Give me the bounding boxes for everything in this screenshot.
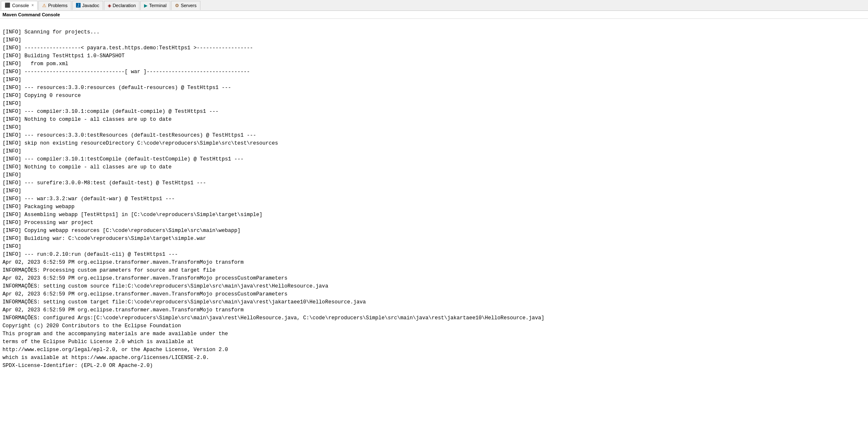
console-line: [INFO] Building TestHttps1 1.0-SNAPSHOT bbox=[3, 52, 865, 60]
tab-declaration-label: Declaration bbox=[113, 3, 136, 8]
console-line: [INFO] Nothing to compile - all classes … bbox=[3, 116, 865, 124]
console-line: INFORMAÇÕES: Processing custom parameter… bbox=[3, 267, 865, 275]
tab-console-label: Console bbox=[12, 3, 29, 8]
tab-bar: ⬛ Console × ⚠ Problems 🅹 Javadoc ◈ Decla… bbox=[0, 0, 868, 11]
console-line: Copyright (c) 2020 Contributors to the E… bbox=[3, 322, 865, 330]
console-line: [INFO] bbox=[3, 243, 865, 251]
servers-icon: ⚙ bbox=[175, 3, 179, 8]
console-line: [INFO] --- resources:3.3.0:testResources… bbox=[3, 132, 865, 140]
declaration-icon: ◈ bbox=[108, 3, 111, 8]
console-line: http://www.eclipse.org/legal/epl-2.0, or… bbox=[3, 346, 865, 354]
console-line: INFORMAÇÕES: setting custom source file:… bbox=[3, 283, 865, 290]
console-line: [INFO] bbox=[3, 124, 865, 132]
console-output[interactable]: [INFO] Scanning for projects...[INFO][IN… bbox=[0, 19, 868, 436]
console-line: [INFO] --- resources:3.3.0:resources (de… bbox=[3, 84, 865, 92]
console-line: [INFO] ------------------< payara.test.h… bbox=[3, 44, 865, 52]
javadoc-icon: 🅹 bbox=[76, 3, 81, 8]
console-line: [INFO] skip non existing resourceDirecto… bbox=[3, 140, 865, 148]
tab-problems[interactable]: ⚠ Problems bbox=[38, 1, 71, 10]
console-line: [INFO] --- war:3.3.2:war (default-war) @… bbox=[3, 195, 865, 203]
console-line: terms of the Eclipse Public License 2.0 … bbox=[3, 338, 865, 346]
console-line: which is available at https://www.apache… bbox=[3, 354, 865, 362]
tab-terminal[interactable]: ▶ Terminal bbox=[140, 1, 170, 10]
tab-console[interactable]: ⬛ Console × bbox=[1, 1, 38, 10]
console-line: SPDX-License-Identifier: (EPL-2.0 OR Apa… bbox=[3, 362, 865, 370]
console-line: [INFO] Packaging webapp bbox=[3, 203, 865, 211]
console-line: [INFO] Copying webapp resources [C:\code… bbox=[3, 227, 865, 235]
console-line: Apr 02, 2023 6:52:59 PM org.eclipse.tran… bbox=[3, 306, 865, 314]
console-line: [INFO] Building war: C:\code\reproducers… bbox=[3, 235, 865, 243]
console-line: Apr 02, 2023 6:52:59 PM org.eclipse.tran… bbox=[3, 259, 865, 267]
console-line: [INFO] bbox=[3, 171, 865, 179]
console-line: [INFO] --- compiler:3.10.1:testCompile (… bbox=[3, 155, 865, 163]
console-line: INFORMAÇÕES: setting custom target file:… bbox=[3, 298, 865, 306]
console-line: This program and the accompanying materi… bbox=[3, 330, 865, 338]
tab-close-icon[interactable]: × bbox=[31, 3, 34, 8]
console-line: [INFO] --- surefire:3.0.0-M8:test (defau… bbox=[3, 179, 865, 187]
console-icon: ⬛ bbox=[5, 3, 10, 8]
tab-servers[interactable]: ⚙ Servers bbox=[171, 1, 200, 10]
problems-icon: ⚠ bbox=[42, 3, 46, 8]
terminal-icon: ▶ bbox=[144, 3, 147, 8]
console-line: Apr 02, 2023 6:52:59 PM org.eclipse.tran… bbox=[3, 290, 865, 298]
console-line: [INFO] bbox=[3, 148, 865, 155]
tab-problems-label: Problems bbox=[48, 3, 67, 8]
console-line: [INFO] Nothing to compile - all classes … bbox=[3, 163, 865, 171]
tab-servers-label: Servers bbox=[181, 3, 197, 8]
console-line: [INFO] Copying 0 resource bbox=[3, 92, 865, 100]
title-bar: Maven Command Console bbox=[0, 11, 868, 19]
console-line: [INFO] bbox=[3, 187, 865, 195]
console-line: [INFO] bbox=[3, 100, 865, 108]
console-line: [INFO] Processing war project bbox=[3, 219, 865, 227]
console-line: Apr 02, 2023 6:52:59 PM org.eclipse.tran… bbox=[3, 275, 865, 283]
tab-terminal-label: Terminal bbox=[149, 3, 167, 8]
tab-javadoc-label: Javadoc bbox=[82, 3, 99, 8]
console-title: Maven Command Console bbox=[3, 12, 60, 17]
tab-javadoc[interactable]: 🅹 Javadoc bbox=[72, 1, 103, 10]
console-line: [INFO] --------------------------------[… bbox=[3, 68, 865, 76]
console-line: [INFO] --- compiler:3.10.1:compile (defa… bbox=[3, 108, 865, 116]
console-line: [INFO] Scanning for projects... bbox=[3, 28, 865, 36]
console-line: INFORMAÇÕES: configured Args:[C:\code\re… bbox=[3, 314, 865, 322]
console-line: [INFO] Assembling webapp [TestHttps1] in… bbox=[3, 211, 865, 219]
console-line: [INFO] bbox=[3, 36, 865, 44]
tab-declaration[interactable]: ◈ Declaration bbox=[104, 1, 140, 10]
console-line: [INFO] bbox=[3, 76, 865, 84]
console-line: [INFO] --- run:0.2.10:run (default-cli) … bbox=[3, 251, 865, 259]
console-line: [INFO] from pom.xml bbox=[3, 60, 865, 68]
